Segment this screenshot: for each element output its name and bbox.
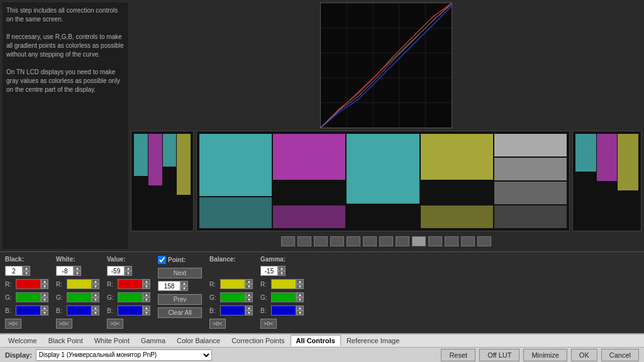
white-b-input[interactable] (67, 305, 92, 315)
cancel-button[interactable]: Cancel (601, 349, 639, 361)
black-g-input[interactable] (16, 292, 41, 302)
value-r-input[interactable] (118, 279, 143, 289)
ok-button[interactable]: OK (571, 349, 597, 361)
next-button[interactable]: Next (158, 268, 202, 278)
tab-all-controls[interactable]: All Controls (291, 335, 341, 346)
point-down[interactable]: ▼ (180, 286, 188, 291)
value-b-up[interactable]: ▲ (143, 305, 150, 310)
gamma-g-down[interactable]: ▼ (296, 297, 304, 302)
value-b-input[interactable] (118, 305, 143, 315)
point-btn-13[interactable] (477, 236, 491, 246)
value-r-up[interactable]: ▲ (143, 279, 150, 284)
white-g-down[interactable]: ▼ (92, 297, 99, 302)
black-r-up[interactable]: ▲ (41, 279, 48, 284)
point-btn-2[interactable] (297, 236, 311, 246)
tab-welcome[interactable]: Welcome (3, 335, 43, 346)
point-up[interactable]: ▲ (180, 281, 188, 286)
prev-button[interactable]: Prev (158, 294, 202, 305)
gamma-b-label: B: (260, 307, 269, 314)
balance-g-up[interactable]: ▲ (245, 292, 253, 297)
value-g-down[interactable]: ▼ (143, 297, 150, 302)
white-down[interactable]: ▼ (74, 271, 81, 276)
point-checkbox[interactable] (158, 256, 166, 264)
black-b-input[interactable] (16, 305, 41, 315)
point-btn-12[interactable] (461, 236, 475, 246)
value-b-down[interactable]: ▼ (143, 310, 150, 315)
gamma-down[interactable]: ▼ (278, 271, 286, 276)
point-btn-1[interactable] (281, 236, 295, 246)
gamma-b-down[interactable]: ▼ (296, 310, 304, 315)
black-up[interactable]: ▲ (23, 266, 30, 271)
balance-r-input[interactable] (220, 279, 245, 289)
gamma-r-down[interactable]: ▼ (296, 284, 304, 289)
display-select[interactable]: Display 1 (Универсальный монитор PnP) (36, 349, 212, 361)
white-g-input[interactable] (67, 292, 92, 302)
off-lut-button[interactable]: Off LUT (479, 349, 519, 361)
gamma-b-input[interactable] (271, 305, 296, 315)
point-btn-4[interactable] (330, 236, 344, 246)
value-g-up[interactable]: ▲ (143, 292, 150, 297)
white-b-down[interactable]: ▼ (92, 310, 99, 315)
point-btn-3[interactable] (314, 236, 328, 246)
white-r-down[interactable]: ▼ (92, 284, 99, 289)
balance-r-up[interactable]: ▲ (245, 279, 253, 284)
black-r-down[interactable]: ▼ (41, 284, 48, 289)
black-g-up[interactable]: ▲ (41, 292, 48, 297)
black-b-up[interactable]: ▲ (41, 305, 48, 310)
value-g-input[interactable] (118, 292, 143, 302)
point-btn-5[interactable] (347, 236, 360, 246)
point-btn-6[interactable] (363, 236, 377, 246)
tab-black-point[interactable]: Black Point (43, 335, 89, 346)
gamma-value-input[interactable] (260, 266, 278, 276)
gamma-g-up[interactable]: ▲ (296, 292, 304, 297)
tab-color-balance[interactable]: Color Balance (171, 335, 226, 346)
point-btn-7[interactable] (379, 236, 393, 246)
point-btn-9[interactable] (412, 236, 426, 246)
value-r-down[interactable]: ▼ (143, 284, 150, 289)
white-reset-btn[interactable]: >0< (56, 319, 72, 329)
tab-correction-points[interactable]: Correction Points (226, 335, 290, 346)
white-g-spinner: ▲ ▼ (92, 292, 99, 302)
gamma-r-input[interactable] (271, 279, 296, 289)
balance-g-down[interactable]: ▼ (245, 297, 253, 302)
value-up[interactable]: ▲ (125, 266, 132, 271)
balance-b-up[interactable]: ▲ (245, 305, 253, 310)
black-reset-btn[interactable]: >0< (5, 319, 21, 329)
tab-white-point[interactable]: White Point (89, 335, 135, 346)
gamma-b-up[interactable]: ▲ (296, 305, 304, 310)
tab-gamma[interactable]: Gamma (135, 335, 171, 346)
balance-reset-btn[interactable]: >0< (209, 319, 226, 329)
balance-b-input[interactable] (220, 305, 245, 315)
point-btn-11[interactable] (445, 236, 458, 246)
black-down[interactable]: ▼ (23, 271, 30, 276)
balance-g-input[interactable] (220, 292, 245, 302)
white-g-up[interactable]: ▲ (92, 292, 99, 297)
value-g-label: G: (107, 294, 116, 301)
value-input[interactable] (107, 266, 125, 276)
value-down[interactable]: ▼ (125, 271, 132, 276)
white-up[interactable]: ▲ (74, 266, 81, 271)
black-g-down[interactable]: ▼ (41, 297, 48, 302)
white-r-up[interactable]: ▲ (92, 279, 99, 284)
white-value-input[interactable] (56, 266, 74, 276)
bottom-bar: Display: Display 1 (Универсальный монито… (0, 347, 644, 362)
gamma-r-up[interactable]: ▲ (296, 279, 304, 284)
reset-button[interactable]: Reset (441, 349, 475, 361)
black-r-input[interactable] (16, 279, 41, 289)
point-value-input[interactable] (158, 281, 180, 291)
clear-all-button[interactable]: Clear All (158, 307, 202, 318)
tab-reference-image[interactable]: Reference Image (341, 335, 405, 346)
minimize-button[interactable]: Minimize (523, 349, 567, 361)
balance-r-down[interactable]: ▼ (245, 284, 253, 289)
gamma-g-input[interactable] (271, 292, 296, 302)
value-reset-btn[interactable]: >0< (107, 319, 123, 329)
black-value-input[interactable] (5, 266, 23, 276)
gamma-reset-btn[interactable]: >0< (260, 319, 277, 329)
point-btn-10[interactable] (428, 236, 442, 246)
white-b-up[interactable]: ▲ (92, 305, 99, 310)
black-b-down[interactable]: ▼ (41, 310, 48, 315)
balance-b-down[interactable]: ▼ (245, 310, 253, 315)
white-r-input[interactable] (67, 279, 92, 289)
gamma-up[interactable]: ▲ (278, 266, 286, 271)
point-btn-8[interactable] (396, 236, 409, 246)
